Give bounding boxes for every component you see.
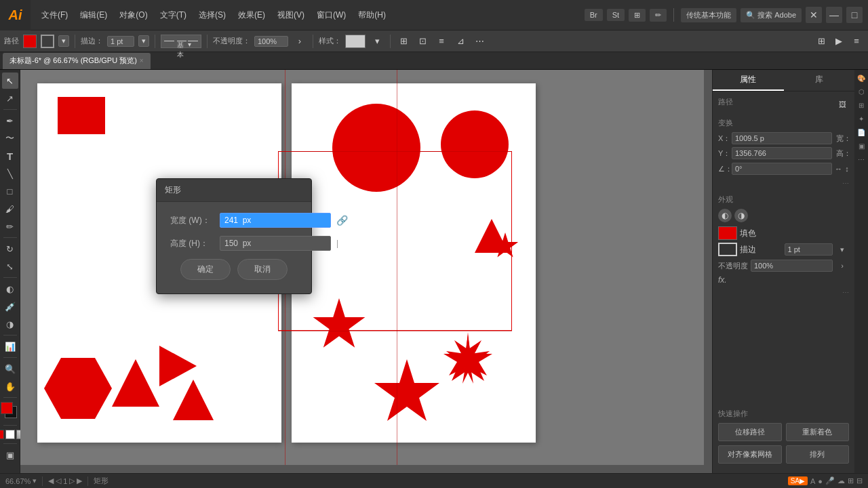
- appearance-more-icon[interactable]: ⋯: [842, 289, 849, 296]
- cancel-button[interactable]: 取消: [237, 259, 288, 280]
- tab-library[interactable]: 库: [784, 70, 855, 91]
- angle-input[interactable]: [732, 163, 832, 175]
- panel-right-icon[interactable]: ▶: [831, 34, 846, 49]
- menu-edit[interactable]: 编辑(E): [75, 7, 113, 24]
- y-input[interactable]: [732, 147, 832, 159]
- panel-icon-more[interactable]: ⋯: [856, 154, 867, 165]
- workspace-btn[interactable]: ⊞: [629, 9, 646, 22]
- fill-color-swatch[interactable]: [23, 35, 37, 48]
- menu-window[interactable]: 窗口(W): [311, 7, 351, 24]
- text-tool[interactable]: T: [2, 148, 18, 164]
- line-tool[interactable]: ╲: [2, 165, 18, 182]
- workspace-name[interactable]: 传统基本功能: [681, 8, 736, 22]
- canvas-area[interactable]: 矩形 宽度 (W)： 🔗 高度 (H)： | 确定 取消: [20, 70, 712, 473]
- style-preview[interactable]: [345, 35, 366, 48]
- menu-help[interactable]: 帮助(H): [353, 7, 391, 24]
- status-icon4[interactable]: ☁: [837, 476, 845, 485]
- panel-icon-path[interactable]: ⬡: [856, 86, 867, 97]
- next-pg-btn[interactable]: ▷: [69, 476, 75, 485]
- maximize-btn[interactable]: □: [846, 7, 863, 23]
- stroke-type-select[interactable]: ▾: [58, 35, 69, 47]
- menu-text[interactable]: 文字(T): [155, 7, 192, 24]
- panel-toggle-icon[interactable]: ⊞: [814, 34, 829, 49]
- pencil-tool[interactable]: ✏: [2, 218, 18, 235]
- tab-close-icon[interactable]: ×: [140, 57, 144, 64]
- stroke-size-input[interactable]: [107, 36, 134, 47]
- stroke-size-select[interactable]: ▾: [138, 35, 149, 47]
- color-mode[interactable]: [0, 430, 4, 439]
- menu-select[interactable]: 选择(S): [193, 7, 231, 24]
- align-icon[interactable]: ≡: [434, 34, 449, 49]
- locate-path-btn[interactable]: 位移路径: [718, 423, 782, 441]
- eyedropper-tool[interactable]: 💉: [2, 298, 18, 314]
- minimize-btn[interactable]: —: [826, 7, 842, 23]
- opacity-expand-icon[interactable]: ›: [835, 259, 849, 272]
- fill-swatch[interactable]: [718, 226, 737, 240]
- curvature-tool[interactable]: 〜: [2, 130, 18, 146]
- status-icon1[interactable]: A: [810, 477, 815, 485]
- scale-tool[interactable]: ⤡: [2, 258, 18, 274]
- prev-pg-btn[interactable]: ◁: [56, 476, 61, 485]
- panel-icon-layer[interactable]: 📄: [856, 127, 867, 138]
- menu-view[interactable]: 视图(V): [272, 7, 310, 24]
- close-btn[interactable]: ✕: [806, 7, 822, 23]
- artboard-tool[interactable]: ▣: [2, 447, 18, 463]
- more-icon[interactable]: ⋯: [472, 34, 487, 49]
- stock-btn[interactable]: St: [607, 9, 625, 21]
- arrange-btn[interactable]: 排列: [786, 445, 850, 464]
- paintbrush-tool[interactable]: 🖌: [2, 201, 18, 217]
- blend-tool[interactable]: ◑: [2, 316, 18, 332]
- direct-select-tool[interactable]: ↗: [2, 90, 18, 106]
- search-btn[interactable]: 🔍 搜索 Adobe: [741, 8, 802, 22]
- status-icon6[interactable]: ⊟: [856, 476, 863, 485]
- bridge-btn[interactable]: Br: [585, 9, 603, 21]
- pen-tool[interactable]: ✒: [2, 113, 18, 129]
- next-page-icon[interactable]: ▶: [77, 476, 82, 485]
- select-tool[interactable]: ↖: [2, 73, 18, 89]
- recolor-btn[interactable]: 重新着色: [786, 423, 850, 441]
- confirm-button[interactable]: 确定: [180, 259, 231, 280]
- panel-icon-pattern[interactable]: ⊞: [856, 100, 867, 110]
- more-transform-icon[interactable]: ⋯: [842, 180, 849, 187]
- appearance-icon1[interactable]: ◐: [718, 209, 732, 222]
- stroke-more-icon[interactable]: ▾: [835, 243, 849, 256]
- chart-tool[interactable]: 📊: [2, 338, 18, 354]
- appearance-icon2[interactable]: ◑: [734, 209, 748, 222]
- menu-file[interactable]: 文件(F): [36, 7, 73, 24]
- tab-properties[interactable]: 属性: [713, 70, 784, 91]
- panel-icon-symbols[interactable]: ✦: [856, 113, 867, 124]
- width-input[interactable]: [220, 213, 331, 228]
- panel-icon-artboard[interactable]: ▣: [856, 140, 867, 151]
- fill-swatch-fg[interactable]: [1, 402, 13, 414]
- menu-object[interactable]: 对象(O): [114, 7, 153, 24]
- stroke-swatch[interactable]: [718, 243, 737, 256]
- panel-icon-color[interactable]: 🎨: [856, 73, 867, 83]
- style-dropdown-icon[interactable]: ▾: [370, 34, 384, 49]
- opacity-input[interactable]: [254, 36, 288, 47]
- height-input[interactable]: [220, 236, 331, 251]
- more2-icon[interactable]: ≡: [849, 34, 864, 49]
- status-icon3[interactable]: 🎤: [825, 476, 835, 485]
- tab-main[interactable]: 未标题-6* @ 66.67% (RGB/GPU 预览) ×: [3, 53, 151, 69]
- transform-icon[interactable]: ⊡: [415, 34, 430, 49]
- x-input[interactable]: [732, 132, 832, 144]
- prev-page-icon[interactable]: ◀: [48, 476, 54, 485]
- opacity-input[interactable]: [751, 260, 833, 272]
- status-icon5[interactable]: ⊞: [848, 476, 854, 485]
- lock-icon[interactable]: 🔗: [336, 215, 348, 226]
- pen-btn[interactable]: ✏: [650, 9, 667, 22]
- flip-v-icon[interactable]: ↕: [845, 162, 849, 176]
- opacity-more-icon[interactable]: ›: [292, 34, 307, 49]
- grid-icon[interactable]: ⊞: [396, 34, 411, 49]
- hand-tool[interactable]: ✋: [2, 378, 18, 394]
- none-mode[interactable]: [5, 430, 15, 439]
- zoom-tool[interactable]: 🔍: [2, 361, 18, 377]
- rotate-tool[interactable]: ↻: [2, 241, 18, 257]
- rect-tool[interactable]: □: [2, 183, 18, 199]
- status-icon2[interactable]: ●: [818, 477, 823, 485]
- line-preview[interactable]: 基本 ▾: [161, 35, 201, 48]
- zoom-dropdown[interactable]: ▾: [33, 476, 37, 485]
- gradient-tool[interactable]: ◐: [2, 281, 18, 297]
- stroke-color-swatch[interactable]: [41, 35, 54, 48]
- transform2-icon[interactable]: ⊿: [453, 34, 468, 49]
